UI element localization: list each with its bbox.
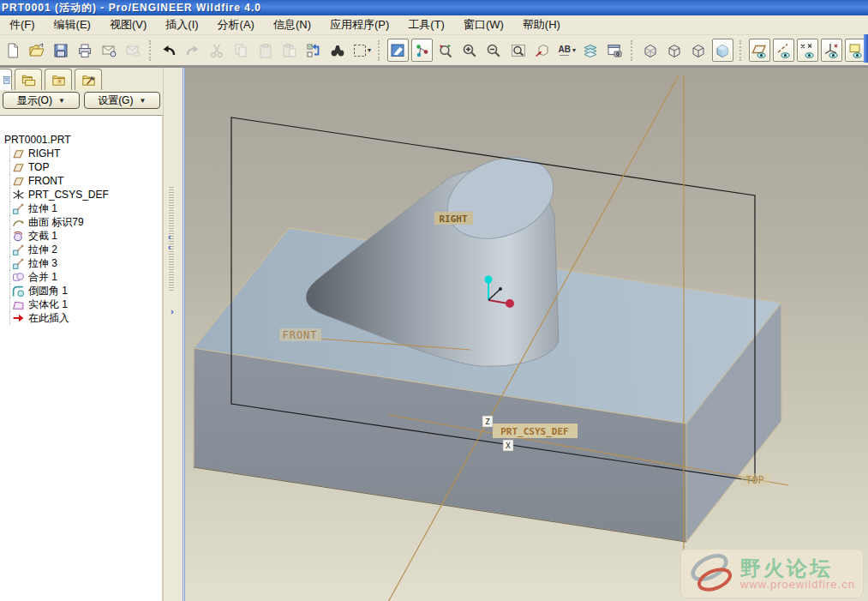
datum-axes-display-button[interactable] — [773, 39, 794, 62]
panel-splitter[interactable]: ‹ ‹ › — [163, 68, 185, 601]
expand-right-icon[interactable]: › — [171, 307, 174, 316]
svg-text:✳: ✳ — [56, 77, 62, 86]
menu-item-view[interactable]: 视图(V) — [100, 15, 156, 34]
zoom-out-button[interactable] — [483, 39, 505, 62]
no-hidden-icon — [690, 42, 707, 59]
menu-item-edit[interactable]: 编辑(E) — [45, 15, 100, 34]
menu-bar: 件(F)编辑(E)视图(V)插入(I)分析(A)信息(N)应用程序(P)工具(T… — [0, 15, 868, 35]
undo-button[interactable] — [159, 39, 180, 62]
tree-item-1[interactable]: RIGHT — [9, 147, 162, 160]
tree-item-label: 曲面 标识79 — [28, 215, 84, 230]
find-button[interactable] — [326, 39, 348, 62]
menu-item-help[interactable]: 帮助(H) — [513, 15, 570, 34]
select-box-icon — [351, 42, 368, 59]
spin-center-button[interactable] — [411, 39, 433, 62]
tree-item-label: 交截 1 — [28, 229, 57, 243]
settings-button-label: 设置(G) — [98, 93, 133, 108]
csys-label[interactable]: PRT_CSYS_DEF — [500, 426, 568, 437]
refit-button[interactable] — [507, 39, 529, 62]
menu-item-tools[interactable]: 工具(T) — [398, 15, 454, 34]
datum-plane-icon — [12, 161, 25, 174]
tree-item-2[interactable]: TOP — [9, 160, 162, 174]
right-plane-label[interactable]: RIGHT — [439, 213, 467, 225]
tree-item-0[interactable]: PRT0001.PRT — [3, 133, 162, 147]
save-file-button[interactable] — [50, 39, 71, 62]
new-file-icon — [4, 42, 21, 59]
menu-item-applications[interactable]: 应用程序(P) — [320, 15, 398, 34]
model-tree: PRT0001.PRTRIGHTTOPFRONTPRT_CSYS_DEF拉伸 1… — [0, 115, 163, 601]
tree-item-3[interactable]: FRONT — [9, 174, 162, 188]
paste-button — [254, 39, 276, 62]
intersect-icon — [12, 230, 25, 243]
tree-item-6[interactable]: 曲面 标识79 — [9, 215, 162, 229]
tree-item-13[interactable]: 在此插入 — [9, 311, 162, 325]
annotations-button[interactable]: AB▾ — [555, 39, 577, 62]
view-manager-button[interactable] — [603, 39, 625, 62]
select-box-button[interactable]: ▾ — [350, 39, 372, 62]
redo-button — [183, 39, 204, 62]
menu-item-insert[interactable]: 插入(I) — [156, 15, 207, 34]
top-plane-label[interactable]: TOP — [745, 474, 764, 486]
zoom-in-button[interactable] — [459, 39, 481, 62]
repaint-icon — [389, 42, 406, 59]
layers-button[interactable] — [579, 39, 601, 62]
tab-folder-star-icon: ✳ — [51, 72, 67, 88]
datum-points-display-button[interactable] — [797, 39, 818, 62]
menu-item-info[interactable]: 信息(N) — [264, 15, 320, 34]
tree-item-11[interactable]: 倒圆角 1 — [9, 284, 162, 297]
tab-folder-tools-icon — [81, 72, 97, 88]
settings-dropdown-button[interactable]: 设置(G) ▼ — [84, 92, 161, 109]
redo-icon — [184, 42, 201, 59]
tree-item-label: PRT0001.PRT — [4, 134, 71, 146]
mail2-icon — [124, 42, 141, 59]
menu-item-analysis[interactable]: 分析(A) — [208, 15, 264, 34]
collapse-left-icon[interactable]: ‹ — [168, 232, 171, 241]
insert-here-icon — [12, 312, 25, 325]
cut-button — [207, 39, 228, 62]
3d-scene[interactable]: RIGHT FRONT TOP PRT_CSYS_DEF Z X — [185, 68, 868, 601]
chevron-down-icon[interactable]: ▾ — [368, 47, 371, 54]
layers-icon — [582, 42, 599, 59]
tree-item-10[interactable]: 合并 1 — [9, 270, 162, 284]
chevron-down-icon[interactable]: ▾ — [572, 47, 576, 54]
menu-item-file[interactable]: 件(F) — [0, 15, 45, 34]
extrude-icon — [12, 202, 25, 215]
display-dropdown-button[interactable]: 显示(O) ▼ — [3, 92, 80, 109]
datum-planes-display-button[interactable] — [749, 39, 770, 62]
annotations-icon: AB — [556, 42, 573, 59]
find-icon — [329, 42, 346, 59]
collapse-left-icon[interactable]: ‹ — [168, 243, 171, 251]
new-file-button[interactable] — [2, 39, 23, 62]
toolbar-separator — [378, 40, 381, 61]
forum-logo-icon — [685, 551, 739, 596]
reorient-view-button[interactable] — [531, 39, 553, 62]
orient-mode-button[interactable] — [435, 39, 457, 62]
regenerate-icon — [305, 42, 322, 59]
wireframe-display-button[interactable] — [640, 39, 661, 62]
navigator-tab-cut[interactable] — [0, 69, 12, 90]
navigator-tab-model-tree[interactable] — [15, 69, 42, 90]
no-hidden-display-button[interactable] — [688, 39, 709, 62]
navigator-tab-favorites[interactable] — [75, 69, 102, 90]
tree-item-12[interactable]: 实体化 1 — [9, 297, 162, 311]
regenerate-button[interactable] — [302, 39, 324, 62]
navigator-tab-folder-browser[interactable]: ✳ — [45, 69, 72, 90]
save-icon — [52, 42, 69, 59]
send-mail-button[interactable] — [98, 39, 119, 62]
tree-item-8[interactable]: 拉伸 2 — [9, 243, 162, 256]
hidden-line-display-button[interactable] — [664, 39, 685, 62]
print-button[interactable] — [74, 39, 95, 62]
datum-plane-icon — [12, 147, 25, 160]
tree-item-9[interactable]: 拉伸 3 — [9, 256, 162, 270]
front-plane-label[interactable]: FRONT — [282, 329, 317, 341]
tree-item-5[interactable]: 拉伸 1 — [9, 201, 162, 215]
open-file-button[interactable] — [26, 39, 47, 62]
tree-item-7[interactable]: 交截 1 — [9, 229, 162, 243]
datum-csys-display-button[interactable] — [821, 39, 842, 62]
repaint-button[interactable] — [387, 39, 409, 62]
shaded-display-button[interactable] — [712, 39, 733, 62]
tree-item-4[interactable]: PRT_CSYS_DEF — [9, 188, 162, 201]
graphics-viewport[interactable]: RIGHT FRONT TOP PRT_CSYS_DEF Z X — [185, 68, 868, 601]
menu-item-window[interactable]: 窗口(W) — [454, 15, 513, 34]
paste-special-icon — [281, 42, 298, 59]
